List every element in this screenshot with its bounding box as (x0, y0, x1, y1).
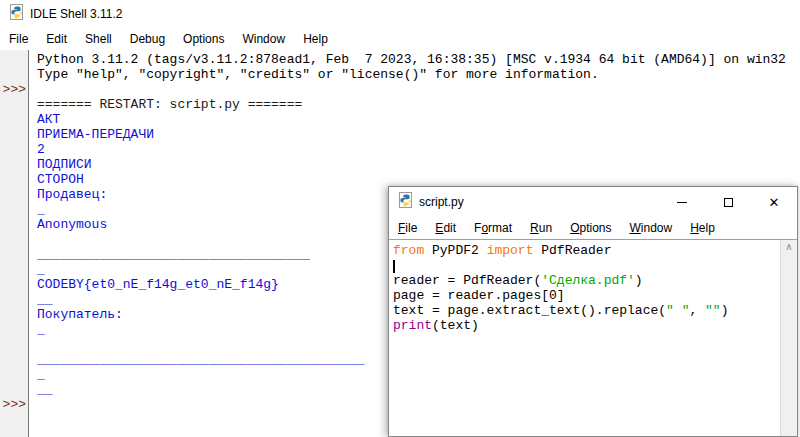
shell-prompt: >>> (0, 397, 26, 412)
close-button[interactable]: ✕ (751, 187, 797, 217)
shell-menu-help[interactable]: Help (294, 28, 337, 50)
editor-menu-edit[interactable]: Edit (426, 217, 465, 239)
shell-line: ПРИЕМА-ПЕРЕДАЧИ (37, 127, 800, 142)
shell-prompt-gutter: >>>>>> (0, 50, 29, 437)
editor-menu-options[interactable]: Options (561, 217, 620, 239)
scrollbar-up-icon: ∧ (781, 240, 797, 254)
code-line (393, 258, 780, 273)
shell-line: Python 3.11.2 (tags/v3.11.2:878ead1, Feb… (37, 52, 800, 67)
shell-menu-options[interactable]: Options (174, 28, 233, 50)
caption-buttons: ✕ (659, 187, 797, 217)
shell-prompt: >>> (0, 82, 26, 97)
shell-titlebar[interactable]: IDLE Shell 3.11.2 (0, 0, 800, 28)
shell-line (37, 82, 800, 97)
shell-window-title: IDLE Shell 3.11.2 (30, 7, 123, 21)
code-line: from PyPDF2 import PdfReader (393, 243, 780, 258)
shell-menu-file[interactable]: File (0, 28, 37, 50)
editor-scrollbar[interactable]: ∧ (780, 240, 797, 436)
text-cursor (393, 260, 395, 273)
editor-code-area[interactable]: from PyPDF2 import PdfReaderreader = Pdf… (389, 240, 780, 436)
editor-menu-help[interactable]: Help (681, 217, 724, 239)
shell-menu-shell[interactable]: Shell (76, 28, 121, 50)
python-file-icon (398, 192, 414, 212)
editor-code-wrap: from PyPDF2 import PdfReaderreader = Pdf… (389, 239, 797, 436)
editor-menu-file[interactable]: File (389, 217, 426, 239)
shell-menu-debug[interactable]: Debug (121, 28, 174, 50)
editor-menubar: FileEditFormatRunOptionsWindowHelp (389, 217, 797, 239)
shell-line: СТОРОН (37, 172, 800, 187)
shell-line: ======= RESTART: script.py ======= (37, 97, 800, 112)
shell-menu-edit[interactable]: Edit (37, 28, 76, 50)
code-line: reader = PdfReader('Сделка.pdf') (393, 273, 780, 288)
editor-window-title: script.py (419, 195, 464, 209)
minimize-icon (677, 202, 687, 203)
shell-menu-window[interactable]: Window (233, 28, 294, 50)
editor-menu-window[interactable]: Window (621, 217, 682, 239)
script-editor-window: script.py ✕ FileEditFormatRunOptionsWind… (388, 186, 798, 437)
maximize-icon (724, 198, 733, 207)
editor-titlebar[interactable]: script.py ✕ (389, 187, 797, 217)
shell-line: 2 (37, 142, 800, 157)
editor-menu-format[interactable]: Format (465, 217, 521, 239)
code-line: print(text) (393, 318, 780, 333)
shell-menubar: FileEditShellDebugOptionsWindowHelp (0, 28, 800, 50)
close-icon: ✕ (769, 196, 780, 209)
editor-menu-run[interactable]: Run (521, 217, 561, 239)
python-file-icon (9, 4, 25, 24)
code-line: text = page.extract_text().replace(" ", … (393, 303, 780, 318)
shell-line: Type "help", "copyright", "credits" or "… (37, 67, 800, 82)
maximize-button[interactable] (705, 187, 751, 217)
minimize-button[interactable] (659, 187, 705, 217)
code-line: page = reader.pages[0] (393, 288, 780, 303)
shell-line: АКТ (37, 112, 800, 127)
shell-line: ПОДПИСИ (37, 157, 800, 172)
